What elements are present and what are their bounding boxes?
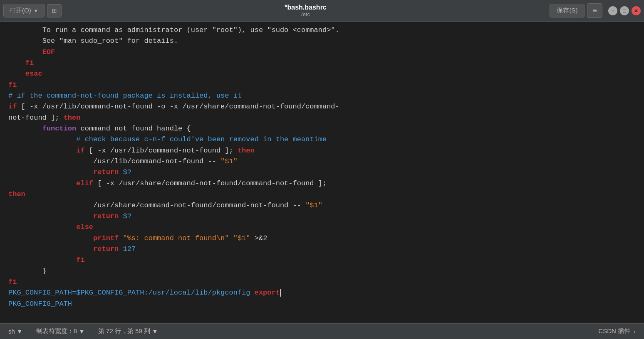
toolbar-right: 保存(S) ≡ − □ ✕ (550, 3, 641, 18)
tab-width-label: 制表符宽度：8 (36, 327, 77, 335)
cursor-pos-arrow: ▼ (152, 328, 158, 335)
statusbar: sh ▼ 制表符宽度：8 ▼ 第 72 行，第 59 列 ▼ CSDN 插件 › (0, 323, 644, 339)
plugin-arrow: › (634, 328, 636, 335)
editor-area[interactable]: To run a command as administrator (user … (0, 22, 644, 323)
toolbar-icon-symbol: ⊞ (52, 7, 57, 14)
icon-button[interactable]: ⊞ (47, 4, 62, 17)
plugin-label: CSDN 插件 › (598, 327, 636, 335)
plugin-name: CSDN 插件 (598, 327, 630, 335)
window-controls: − □ ✕ (608, 6, 641, 15)
shell-label: sh (8, 328, 15, 335)
file-path: /etc (62, 11, 550, 17)
cursor-position[interactable]: 第 72 行，第 59 列 ▼ (98, 327, 158, 335)
minimize-button[interactable]: − (608, 6, 617, 15)
open-button[interactable]: 打开(O) ▼ (3, 4, 45, 17)
tab-arrow: ▼ (79, 328, 85, 335)
toolbar: 打开(O) ▼ ⊞ *bash.bashrc /etc 保存(S) ≡ − □ … (0, 0, 644, 22)
tab-width-selector[interactable]: 制表符宽度：8 ▼ (36, 327, 85, 335)
menu-button[interactable]: ≡ (587, 3, 602, 18)
toolbar-center: *bash.bashrc /etc (62, 4, 550, 17)
cursor-pos-label: 第 72 行，第 59 列 (98, 327, 150, 335)
open-arrow: ▼ (34, 8, 38, 13)
save-button[interactable]: 保存(S) (550, 4, 585, 17)
maximize-button[interactable]: □ (620, 6, 629, 15)
close-button[interactable]: ✕ (632, 6, 641, 15)
shell-arrow: ▼ (17, 328, 23, 335)
file-title: *bash.bashrc (62, 4, 550, 11)
shell-selector[interactable]: sh ▼ (8, 328, 23, 335)
code-content: To run a command as administrator (user … (0, 25, 644, 310)
open-label: 打开(O) (10, 7, 31, 15)
toolbar-left: 打开(O) ▼ ⊞ (3, 4, 62, 17)
